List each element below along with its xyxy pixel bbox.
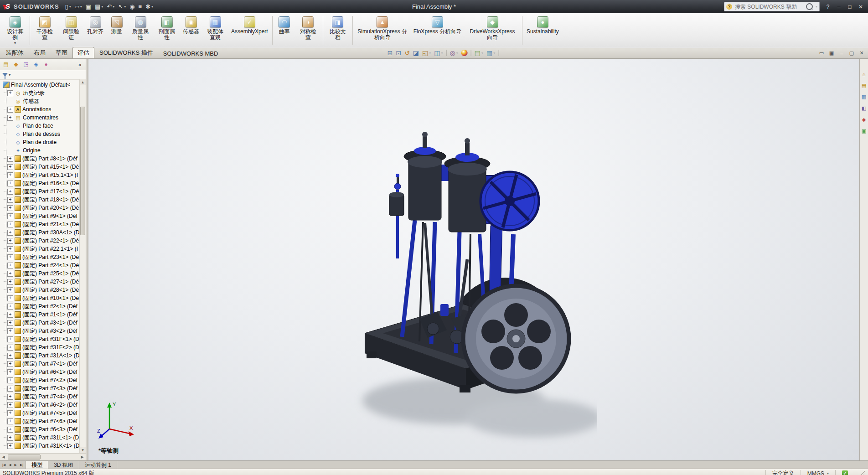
tree-item[interactable]: +(固定) Part #31L<1> (D: [2, 434, 79, 442]
expand-icon[interactable]: +: [7, 115, 13, 121]
custom-properties-tab[interactable]: ▣: [861, 128, 868, 134]
edit-appearance-button[interactable]: [460, 49, 469, 57]
help-button[interactable]: ?: [822, 2, 833, 11]
tree-root-item[interactable]: Final Assembly (Défaut<: [2, 81, 79, 89]
tree-item[interactable]: +▤Commentaires: [2, 114, 79, 122]
minimize-doc-button[interactable]: –: [837, 49, 846, 57]
hscrollbar-thumb[interactable]: [8, 454, 41, 460]
file-explorer-tab[interactable]: ▦: [861, 93, 868, 100]
scroll-down-icon[interactable]: ▼: [80, 447, 86, 453]
assembly-visualization-button[interactable]: ▦装配体直观: [202, 15, 228, 42]
tree-item[interactable]: +(固定) Part #17<1> (Dé: [2, 187, 79, 196]
clearance-verify-button[interactable]: ◫间隙验证: [58, 15, 84, 42]
sensor-button[interactable]: ◉传感器: [180, 15, 202, 36]
driveworksxpress-wizard-button[interactable]: ◆DriveWorksXpress 向导: [464, 15, 521, 42]
search-dropdown-icon[interactable]: ▾: [816, 5, 817, 9]
tree-item[interactable]: +(固定) Part #21<1> (Dé: [2, 220, 79, 228]
tree-item[interactable]: +(固定) Part #22.1<1> (I: [2, 245, 79, 253]
scroll-left-icon[interactable]: ◀: [0, 455, 7, 459]
expand-icon[interactable]: +: [7, 222, 13, 227]
expand-icon[interactable]: +: [7, 238, 13, 244]
tree-item[interactable]: +(固定) Part #22<1> (Dé: [2, 237, 79, 245]
tree-item[interactable]: +(固定) Part #23<1> (Dé: [2, 253, 79, 261]
tree-item[interactable]: +(固定) Part #7<6> (Déf: [2, 417, 79, 425]
expand-icon[interactable]: +: [7, 394, 13, 400]
hole-alignment-button[interactable]: ◎孔对齐: [84, 15, 106, 36]
tree-item[interactable]: ◎传感器: [2, 97, 79, 105]
expand-icon[interactable]: +: [7, 353, 13, 359]
resources-tab[interactable]: ⌂: [861, 71, 868, 77]
expand-icon[interactable]: +: [7, 213, 13, 219]
orientation-triad[interactable]: Y X Z: [97, 398, 140, 441]
tab-evaluate[interactable]: 评估: [72, 47, 94, 58]
configurationmanager-tab[interactable]: ◳: [22, 60, 30, 68]
open-document-button[interactable]: ▱▾: [73, 3, 83, 11]
tree-item[interactable]: +(固定) Part #15<1> (Dé: [2, 163, 79, 171]
expand-icon[interactable]: +: [7, 90, 13, 96]
new-document-button[interactable]: ▯▾: [64, 3, 72, 11]
sustainability-button[interactable]: ●Sustainability: [524, 15, 562, 36]
zoom-area-button[interactable]: ⊡: [394, 49, 403, 57]
tab-assembly[interactable]: 装配体: [1, 47, 29, 58]
tree-item[interactable]: +◷历史记录: [2, 89, 79, 97]
view-settings-button[interactable]: ▦▾: [485, 49, 496, 57]
doc-tab-motion-study-1[interactable]: 运动算例 1: [79, 461, 117, 469]
floxpress-wizard-button[interactable]: ▽FloXpress 分析向导: [411, 15, 464, 36]
scroll-right-icon[interactable]: ▶: [79, 455, 86, 459]
expand-icon[interactable]: +: [7, 320, 13, 326]
featuremanager-tab[interactable]: ▤: [2, 60, 10, 68]
tree-item[interactable]: +Origine: [2, 146, 79, 155]
expand-icon[interactable]: +: [7, 164, 13, 170]
expand-icon[interactable]: +: [7, 386, 13, 392]
tree-item[interactable]: ◇Plan de dessus: [2, 130, 79, 138]
search-icon[interactable]: [806, 3, 813, 10]
tree-item[interactable]: +(固定) Part #18<1> (Dé: [2, 196, 79, 204]
hide-show-items-button[interactable]: ◎▾: [449, 49, 460, 57]
tree-item[interactable]: +(固定) Part #20<1> (Dé: [2, 204, 79, 212]
compare-documents-button[interactable]: ◨比较文档: [325, 15, 351, 42]
expand-icon[interactable]: +: [7, 156, 13, 162]
curvature-button[interactable]: ◠曲率: [274, 15, 295, 36]
tree-item[interactable]: +(固定) Part #1<1> (Déf: [2, 310, 79, 319]
expand-icon[interactable]: +: [7, 410, 13, 416]
expand-icon[interactable]: +: [7, 189, 13, 195]
section-view-button[interactable]: ◪: [412, 49, 420, 57]
first-tab-button[interactable]: |◀: [1, 463, 7, 467]
expand-icon[interactable]: +: [7, 345, 13, 351]
tree-item[interactable]: +(固定) Part #30A<1> (D: [2, 228, 79, 237]
tree-item[interactable]: +(固定) Part #6<1> (Déf: [2, 368, 79, 376]
tree-horizontal-scrollbar[interactable]: ◀ ▶: [0, 453, 86, 460]
design-study-button[interactable]: ◈设计算例▾: [2, 15, 28, 46]
tree-item[interactable]: +(固定) Part #31F<2> (D: [2, 343, 79, 351]
expand-icon[interactable]: +: [7, 328, 13, 334]
undo-button[interactable]: ↶▾: [105, 3, 116, 11]
expand-icon[interactable]: +: [7, 279, 13, 285]
expand-icon[interactable]: +: [7, 107, 13, 113]
expand-icon[interactable]: +: [7, 377, 13, 383]
view-orientation-button[interactable]: ◱▾: [421, 49, 432, 57]
tree-item[interactable]: +(固定) Part #7<5> (Déf: [2, 409, 79, 417]
mass-properties-button[interactable]: ◍质量属性: [127, 15, 154, 42]
expand-icon[interactable]: +: [7, 402, 13, 408]
tree-item[interactable]: +(固定) Part #7<2> (Déf: [2, 376, 79, 384]
tree-item[interactable]: +(固定) Part #31A<1> (D: [2, 351, 79, 360]
maximize-button[interactable]: □: [844, 2, 855, 11]
tree-item[interactable]: +(固定) Part #15.1<1> (I: [2, 171, 79, 179]
displaymanager-tab[interactable]: ●: [42, 60, 50, 68]
previous-view-button[interactable]: ↺: [403, 49, 411, 57]
tree-item[interactable]: +(固定) Part #16<1> (Dé: [2, 179, 79, 187]
expand-icon[interactable]: +: [7, 246, 13, 252]
apply-scene-button[interactable]: ▤▾: [473, 49, 485, 57]
scroll-up-icon[interactable]: ▲: [80, 79, 86, 85]
tab-addins[interactable]: SOLIDWORKS 插件: [94, 47, 158, 58]
tree-item[interactable]: +(固定) Part #7<1> (Déf: [2, 360, 79, 368]
zoom-fit-button[interactable]: ⊞: [386, 49, 394, 57]
tree-item[interactable]: +(固定) Part #9<1> (Déf: [2, 212, 79, 220]
tree-item[interactable]: +(固定) Part #7<3> (Déf: [2, 384, 79, 392]
propertymanager-tab[interactable]: ◆: [12, 60, 20, 68]
view-palette-tab[interactable]: ◧: [861, 105, 868, 112]
tree-item[interactable]: +(固定) Part #25<1> (Dé: [2, 269, 79, 278]
tree-item[interactable]: ◇Plan de face: [2, 122, 79, 130]
cascade-window-button[interactable]: ▣: [827, 49, 836, 57]
expand-icon[interactable]: +: [7, 427, 13, 433]
